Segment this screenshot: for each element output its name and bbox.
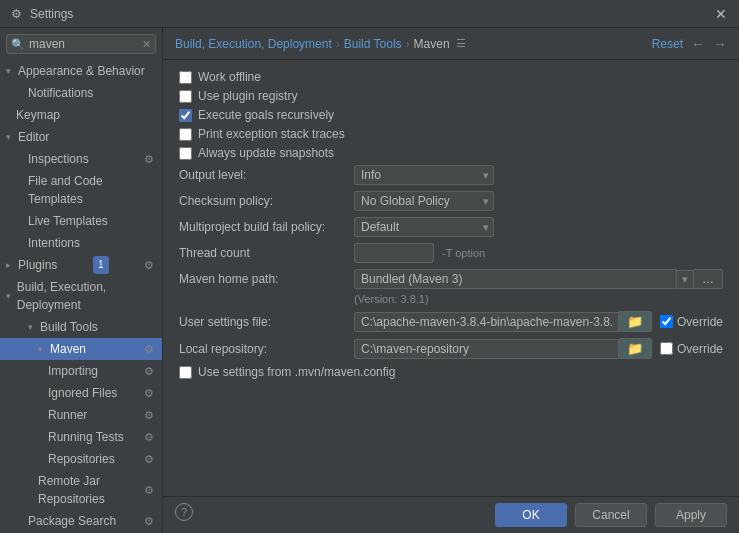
close-button[interactable]: ✕ (711, 6, 731, 22)
sidebar-item-notifications[interactable]: Notifications (0, 82, 162, 104)
sidebar: 🔍 ✕ ▾ Appearance & Behavior Notification… (0, 28, 163, 533)
sidebar-item-ignored-files[interactable]: Ignored Files ⚙ (0, 382, 162, 404)
sidebar-item-runner[interactable]: Runner ⚙ (0, 404, 162, 426)
thread-count-row: Thread count -T option (179, 243, 723, 263)
window-title: Settings (30, 7, 711, 21)
user-settings-browse-button[interactable]: 📁 (619, 311, 652, 332)
user-settings-input[interactable] (354, 312, 619, 332)
search-input[interactable] (29, 37, 142, 51)
maven-home-combo[interactable]: Bundled (Maven 3) (354, 269, 677, 289)
local-repo-input[interactable] (354, 339, 619, 359)
chevron-down-icon: ▾ (6, 62, 16, 80)
sidebar-item-editor[interactable]: ▾ Editor (0, 126, 162, 148)
sidebar-item-maven[interactable]: ▾ Maven ⚙ (0, 338, 162, 360)
search-clear-icon[interactable]: ✕ (142, 38, 151, 51)
chevron-down-icon4: ▾ (38, 340, 48, 358)
override-local-repo-wrapper: Override (660, 342, 723, 356)
maven-home-label: Maven home path: (179, 272, 354, 286)
override-user-settings-label: Override (677, 315, 723, 329)
maven-home-row: Maven home path: Bundled (Maven 3) ▾ … (179, 269, 723, 289)
always-update-checkbox[interactable] (179, 147, 192, 160)
apply-button[interactable]: Apply (655, 503, 727, 527)
gear-icon2: ⚙ (144, 256, 154, 274)
chevron-right-icon2: ▸ (6, 256, 16, 274)
sidebar-item-intentions[interactable]: Intentions (0, 232, 162, 254)
execute-goals-checkbox[interactable] (179, 109, 192, 122)
user-settings-input-wrapper: 📁 (354, 311, 652, 332)
thread-count-input[interactable] (354, 243, 434, 263)
sidebar-item-keymap[interactable]: Keymap (0, 104, 162, 126)
sidebar-item-live-templates[interactable]: Live Templates (0, 210, 162, 232)
use-plugin-registry-checkbox[interactable] (179, 90, 192, 103)
sidebar-item-importing[interactable]: Importing ⚙ (0, 360, 162, 382)
breadcrumb-bar: Build, Execution, Deployment › Build Too… (163, 28, 739, 60)
sidebar-item-appearance-behavior[interactable]: ▾ Appearance & Behavior (0, 60, 162, 82)
override-user-settings-checkbox[interactable] (660, 315, 673, 328)
sidebar-item-remote-jar-repositories[interactable]: Remote Jar Repositories ⚙ (0, 470, 162, 510)
gear-icon3: ⚙ (144, 340, 154, 358)
override-local-repo-checkbox[interactable] (660, 342, 673, 355)
bottom-bar: ? OK Cancel Apply (163, 496, 739, 533)
breadcrumb-part3: Maven (414, 37, 450, 51)
back-icon[interactable]: ← (691, 36, 705, 52)
gear-icon9: ⚙ (144, 481, 154, 499)
override-local-repo-label: Override (677, 342, 723, 356)
sidebar-item-inspections[interactable]: Inspections ⚙ (0, 148, 162, 170)
execute-goals-label: Execute goals recursively (198, 108, 334, 122)
breadcrumb-menu-icon[interactable]: ☰ (456, 37, 466, 50)
local-repo-label: Local repository: (179, 342, 354, 356)
checksum-policy-label: Checksum policy: (179, 194, 354, 208)
form-content: Work offline Use plugin registry Execute… (163, 60, 739, 496)
thread-count-label: Thread count (179, 246, 354, 260)
output-level-row: Output level: Info (179, 165, 723, 185)
chevron-right-icon: ▾ (6, 128, 16, 146)
t-option-label: -T option (442, 247, 485, 259)
use-mvn-config-checkbox[interactable] (179, 366, 192, 379)
checksum-policy-row: Checksum policy: No Global Policy (179, 191, 723, 211)
title-bar: ⚙ Settings ✕ (0, 0, 739, 28)
multiproject-build-row: Multiproject build fail policy: Default (179, 217, 723, 237)
user-settings-label: User settings file: (179, 315, 354, 329)
local-repo-browse-button[interactable]: 📁 (619, 338, 652, 359)
sidebar-item-package-search[interactable]: Package Search ⚙ (0, 510, 162, 532)
maven-home-dropdown-arrow[interactable]: ▾ (677, 270, 694, 289)
multiproject-build-select[interactable]: Default (354, 217, 494, 237)
search-icon: 🔍 (11, 38, 25, 51)
multiproject-build-select-wrapper: Default (354, 217, 494, 237)
sidebar-item-repositories[interactable]: Repositories ⚙ (0, 448, 162, 470)
override-user-settings-wrapper: Override (660, 315, 723, 329)
sidebar-item-file-code-templates[interactable]: File and Code Templates (0, 170, 162, 210)
ok-button[interactable]: OK (495, 503, 567, 527)
main-layout: 🔍 ✕ ▾ Appearance & Behavior Notification… (0, 28, 739, 533)
gear-icon10: ⚙ (144, 512, 154, 530)
breadcrumb-actions: Reset ← → (652, 36, 727, 52)
breadcrumb-part2[interactable]: Build Tools (344, 37, 402, 51)
cancel-button[interactable]: Cancel (575, 503, 647, 527)
print-exception-label: Print exception stack traces (198, 127, 345, 141)
sidebar-item-plugins[interactable]: ▸ Plugins 1 ⚙ (0, 254, 162, 276)
output-level-select[interactable]: Info (354, 165, 494, 185)
maven-home-browse-button[interactable]: … (694, 269, 723, 289)
gear-icon8: ⚙ (144, 450, 154, 468)
sidebar-item-running-tests[interactable]: Running Tests ⚙ (0, 426, 162, 448)
help-icon[interactable]: ? (175, 503, 193, 521)
breadcrumb-part1[interactable]: Build, Execution, Deployment (175, 37, 332, 51)
sidebar-item-build-execution-deployment[interactable]: ▾ Build, Execution, Deployment (0, 276, 162, 316)
local-repo-input-wrapper: 📁 (354, 338, 652, 359)
checksum-policy-select[interactable]: No Global Policy (354, 191, 494, 211)
forward-icon[interactable]: → (713, 36, 727, 52)
sidebar-item-build-tools[interactable]: ▾ Build Tools (0, 316, 162, 338)
search-box: 🔍 ✕ (6, 34, 156, 54)
always-update-label: Always update snapshots (198, 146, 334, 160)
work-offline-checkbox[interactable] (179, 71, 192, 84)
work-offline-label: Work offline (198, 70, 261, 84)
print-exception-row: Print exception stack traces (179, 127, 723, 141)
always-update-row: Always update snapshots (179, 146, 723, 160)
user-settings-row: User settings file: 📁 Override (179, 311, 723, 332)
content-area: Build, Execution, Deployment › Build Too… (163, 28, 739, 533)
gear-icon: ⚙ (144, 150, 154, 168)
reset-button[interactable]: Reset (652, 37, 683, 51)
print-exception-checkbox[interactable] (179, 128, 192, 141)
local-repo-row: Local repository: 📁 Override (179, 338, 723, 359)
gear-icon6: ⚙ (144, 406, 154, 424)
